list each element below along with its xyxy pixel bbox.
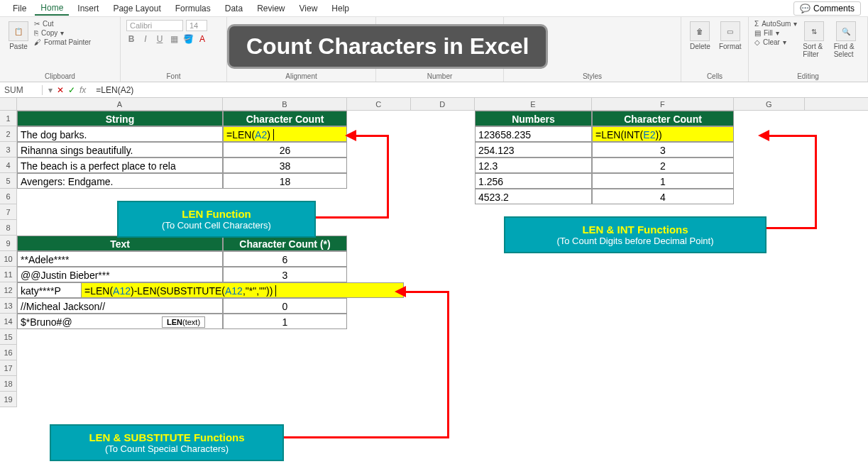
cell-A2[interactable]: The dog barks. [17,126,223,142]
cell-E1[interactable]: Numbers [475,111,592,126]
cell-B14[interactable]: 1 [223,314,347,329]
cell-B5[interactable]: 18 [223,173,347,189]
col-header-F[interactable]: F [592,98,734,111]
cell-E6[interactable]: 4523.2 [475,189,592,204]
enter-icon[interactable]: ✓ [68,85,75,95]
cell-E4[interactable]: 12.3 [475,158,592,173]
styles-group-label: Styles [510,71,675,80]
copy-button[interactable]: ⎘Copy ▾ [34,29,91,37]
delete-cells-button[interactable]: 🗑Delete [687,20,713,52]
cell-A5[interactable]: Avengers: Endgame. [17,173,223,189]
row-header-2[interactable]: 2 [0,126,17,142]
menu-home[interactable]: Home [35,1,69,16]
font-family-select[interactable] [126,20,183,31]
cell-B10[interactable]: 6 [223,251,347,267]
row-header-18[interactable]: 18 [0,376,17,392]
menu-review[interactable]: Review [251,2,290,15]
cell-A10[interactable]: **Adele**** [17,251,223,267]
row-header-5[interactable]: 5 [0,173,17,189]
row-header-16[interactable]: 16 [0,345,17,360]
select-all-corner[interactable] [0,98,17,110]
row-header-1[interactable]: 1 [0,111,17,126]
cell-F5[interactable]: 1 [592,173,734,189]
formula-overlay-row12[interactable]: =LEN(A12)-LEN(SUBSTITUTE(A12,"*","")) [81,282,404,298]
menu-formulas[interactable]: Formulas [170,2,216,15]
cell-A13[interactable]: //Micheal Jackson// [17,298,223,314]
borders-button[interactable]: ▦ [169,34,179,44]
col-header-C[interactable]: C [347,98,411,111]
search-icon: 🔍 [836,21,856,41]
cell-A3[interactable]: Rihanna sings beautifully. [17,142,223,158]
row-header-9[interactable]: 9 [0,236,17,251]
cancel-icon[interactable]: ✕ [57,85,64,95]
menu-view[interactable]: View [294,2,324,15]
cell-F2[interactable]: =LEN(INT(E2)) [592,126,734,142]
cell-B2[interactable]: =LEN(A2) [223,126,347,142]
cell-A11[interactable]: @@Justin Bieber*** [17,267,223,282]
cell-B4[interactable]: 38 [223,158,347,173]
bold-button[interactable]: B [126,34,136,44]
row-header-12[interactable]: 12 [0,282,17,298]
fill-color-button[interactable]: 🪣 [183,34,193,44]
cell-E3[interactable]: 254.123 [475,142,592,158]
row-header-7[interactable]: 7 [0,204,17,220]
cell-E5[interactable]: 1.256 [475,173,592,189]
cell-F6[interactable]: 4 [592,189,734,204]
italic-button[interactable]: I [141,34,150,44]
cell-B9[interactable]: Character Count (*) [223,236,347,251]
cells-group-label: Cells [687,71,742,80]
dropdown-icon[interactable]: ▾ [48,85,53,95]
format-painter-button[interactable]: 🖌Format Painter [34,38,91,46]
fx-icon[interactable]: fx [79,85,86,95]
cell-A9[interactable]: Text [17,236,223,251]
row-header-4[interactable]: 4 [0,158,17,173]
cell-A4[interactable]: The beach is a perfect place to rela [17,158,223,173]
cell-A1[interactable]: String [17,111,223,126]
menu-help[interactable]: Help [326,2,355,15]
row-header-13[interactable]: 13 [0,298,17,314]
font-group-label: Font [126,71,221,80]
cell-B3[interactable]: 26 [223,142,347,158]
col-header-G[interactable]: G [734,98,805,111]
format-cells-button[interactable]: ▭Format [716,20,745,52]
row-header-8[interactable]: 8 [0,220,17,236]
menu-page-layout[interactable]: Page Layout [107,2,166,15]
row-header-10[interactable]: 10 [0,251,17,267]
menu-file[interactable]: File [7,2,32,15]
cut-button[interactable]: ✂Cut [34,20,91,28]
menu-insert[interactable]: Insert [72,2,104,15]
fill-button[interactable]: ▤Fill ▾ [754,29,797,37]
font-size-select[interactable] [186,20,207,31]
cell-B13[interactable]: 0 [223,298,347,314]
comments-button[interactable]: 💬 Comments [793,1,861,16]
menu-data[interactable]: Data [219,2,248,15]
row-header-19[interactable]: 19 [0,392,17,407]
find-select-button[interactable]: 🔍Find & Select [831,20,862,60]
clear-button[interactable]: ◇Clear ▾ [754,38,797,46]
cell-E2[interactable]: 123658.235 [475,126,592,142]
font-color-button[interactable]: A [197,34,207,44]
row-header-6[interactable]: 6 [0,189,17,204]
row-header-15[interactable]: 15 [0,329,17,345]
col-header-D[interactable]: D [411,98,475,111]
row-header-17[interactable]: 17 [0,360,17,376]
row-header-11[interactable]: 11 [0,267,17,282]
cell-B1[interactable]: Character Count [223,111,347,126]
arrow-head-icon [758,130,769,141]
cell-F4[interactable]: 2 [592,158,734,173]
sort-filter-button[interactable]: ⇅Sort & Filter [800,20,828,60]
cell-F1[interactable]: Character Count [592,111,734,126]
cell-F3[interactable]: 3 [592,142,734,158]
autosum-button[interactable]: ΣAutoSum ▾ [754,20,797,28]
clipboard-group-label: Clipboard [6,71,114,80]
row-header-14[interactable]: 14 [0,314,17,329]
row-header-3[interactable]: 3 [0,142,17,158]
col-header-E[interactable]: E [475,98,592,111]
cell-B11[interactable]: 3 [223,267,347,282]
paste-button[interactable]: 📋 Paste [6,20,31,52]
formula-input[interactable]: =LEN(A2) [92,85,868,95]
col-header-A[interactable]: A [17,98,223,111]
name-box[interactable]: SUM [0,85,43,95]
col-header-B[interactable]: B [223,98,347,111]
underline-button[interactable]: U [155,34,165,44]
